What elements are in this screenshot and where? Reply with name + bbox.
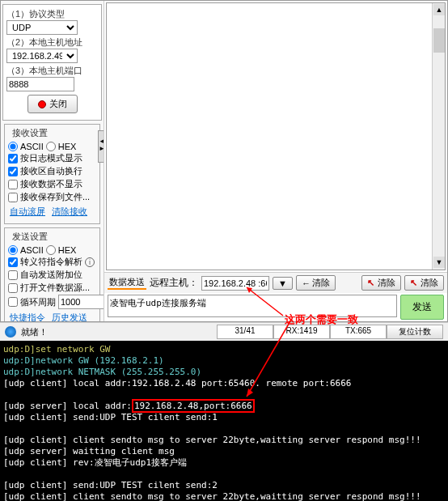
tx-filedata-label: 打开文件数据源... (20, 282, 90, 294)
send-area-row: 发送 (104, 293, 447, 321)
status-ready-label: 就绪！ (21, 326, 48, 338)
rx-savefile-checkbox[interactable] (8, 193, 18, 202)
local-port-input[interactable] (6, 77, 74, 91)
rx-ascii-label: ASCII (20, 142, 44, 151)
tx-ascii-label: ASCII (20, 245, 44, 255)
tx-filedata-checkbox[interactable] (8, 283, 18, 293)
send-bar: 数据发送 远程主机： ▼ ← 清除 ↖清除 ↖清除 (104, 272, 447, 293)
top-panel: （1）协议类型 UDP （2）本地主机地址 192.168.2.49 （3）本地… (0, 0, 448, 322)
autoscroll-link[interactable]: 自动滚屏 (10, 206, 45, 218)
info-icon[interactable]: i (85, 257, 95, 267)
scroll-up-arrow-icon[interactable]: ▲ (433, 4, 445, 15)
clear-button-2[interactable]: ↖清除 (361, 275, 401, 291)
x-icon: ↖ (410, 278, 417, 288)
tx-period-input[interactable] (58, 295, 104, 309)
remote-host-label: 远程主机： (150, 276, 198, 290)
connection-group: （1）协议类型 UDP （2）本地主机地址 192.168.2.49 （3）本地… (2, 4, 102, 121)
scroll-down-arrow-icon[interactable]: ▼ (433, 257, 445, 268)
protocol-select[interactable]: UDP (6, 20, 78, 35)
local-port-label: （3）本地主机端口 (6, 65, 98, 77)
clear-button-3[interactable]: ↖清除 (404, 275, 444, 291)
rx-autowrap-checkbox[interactable] (8, 167, 18, 176)
x-icon: ↖ (367, 278, 374, 288)
globe-icon (5, 326, 16, 338)
tx-hex-label: HEX (58, 245, 77, 255)
tx-loop-checkbox[interactable] (8, 297, 18, 307)
send-button[interactable]: 发送 (400, 295, 444, 320)
local-ip-select[interactable]: 192.168.2.49 (6, 49, 78, 63)
send-textarea[interactable] (108, 295, 397, 317)
close-button[interactable]: 关闭 (27, 95, 78, 113)
rx-hex-label: HEX (58, 142, 77, 151)
clear-rx-link[interactable]: 清除接收 (52, 206, 87, 218)
tx-append-label: 自动发送附加位 (20, 269, 82, 281)
data-send-label: 数据发送 (108, 276, 146, 290)
scrollbar-vertical[interactable]: ▲ ▼ (432, 3, 445, 270)
history-link[interactable]: 历史发送 (52, 312, 87, 321)
status-rx: RX:1419 (273, 325, 330, 339)
status-tx: TX:665 (330, 325, 387, 339)
rx-logmode-label: 按日志模式显示 (20, 152, 82, 164)
right-column: ▲ ▼ 数据发送 远程主机： ▼ ← 清除 ↖清除 ↖清除 发送 (104, 1, 447, 321)
close-button-label: 关闭 (49, 98, 67, 110)
console-output: udp:D]set network GWudp:D]network GW (19… (0, 341, 448, 501)
tx-loop-label: 循环周期 (20, 296, 56, 308)
protocol-label: （1）协议类型 (6, 8, 98, 20)
clear-remote-button[interactable]: ← 清除 (296, 275, 336, 291)
splitter-handle[interactable]: ◄► (98, 130, 104, 163)
tx-ascii-radio[interactable] (8, 245, 18, 255)
status-ratio: 31/41 (217, 325, 273, 339)
rx-hide-label: 接收数据不显示 (20, 178, 82, 190)
tx-hex-radio[interactable] (46, 245, 56, 255)
reset-counter-button[interactable]: 复位计数 (387, 325, 443, 339)
rx-autowrap-label: 接收区自动换行 (20, 165, 82, 177)
local-ip-label: （2）本地主机地址 (6, 36, 98, 49)
rx-hex-radio[interactable] (46, 142, 56, 151)
rx-hide-checkbox[interactable] (8, 180, 18, 189)
scroll-thumb[interactable] (433, 28, 445, 53)
tx-escape-checkbox[interactable] (8, 257, 18, 267)
receive-textarea[interactable]: ▲ ▼ (106, 2, 446, 270)
send-settings-group: 发送设置 ASCII HEX 转义符指令解析 i 自动发送附加位 打开文件数据源… (4, 227, 100, 321)
left-settings-column: （1）协议类型 UDP （2）本地主机地址 192.168.2.49 （3）本地… (1, 1, 104, 321)
shortcut-link[interactable]: 快捷指令 (10, 312, 45, 321)
rx-ascii-radio[interactable] (8, 142, 18, 151)
rx-savefile-label: 接收保存到文件... (20, 191, 90, 203)
receive-settings-group: 接收设置 ASCII HEX 按日志模式显示 接收区自动换行 接收数据不显示 接… (4, 124, 100, 224)
remote-host-input[interactable] (201, 276, 269, 291)
tx-append-checkbox[interactable] (8, 270, 18, 280)
remote-dropdown-button[interactable]: ▼ (273, 277, 293, 290)
send-settings-title: 发送设置 (10, 231, 50, 243)
status-bar: 就绪！ 31/41 RX:1419 TX:665 复位计数 (0, 322, 448, 341)
receive-settings-title: 接收设置 (10, 127, 50, 139)
record-icon (38, 100, 46, 108)
rx-logmode-checkbox[interactable] (8, 154, 18, 163)
tx-escape-label: 转义符指令解析 (20, 256, 82, 268)
